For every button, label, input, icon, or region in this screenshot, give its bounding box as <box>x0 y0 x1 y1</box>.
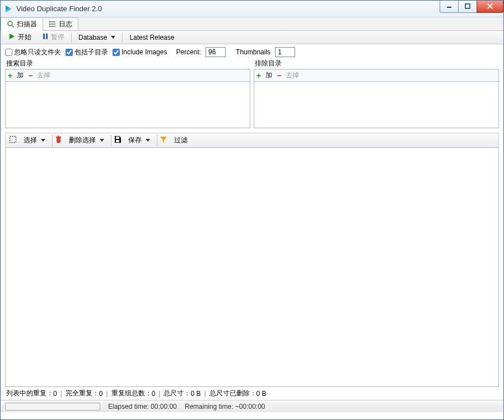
separator <box>122 32 123 43</box>
minus-icon: − <box>28 71 32 80</box>
separator <box>52 135 53 146</box>
svg-point-13 <box>49 26 50 27</box>
ignore-readonly-checkbox[interactable]: 忽略只读文件夹 <box>5 48 61 57</box>
action-bar: 选择 删除选择 保存 过滤 <box>5 133 499 147</box>
separator <box>71 32 72 43</box>
list-icon <box>49 20 57 28</box>
percent-label: Percent: <box>176 48 201 56</box>
chevron-down-icon <box>146 139 150 142</box>
search-folders-tools: + 加 − 去掉 <box>5 69 250 81</box>
chevron-down-icon <box>41 139 45 142</box>
full-dup-label: 完全重复： <box>66 389 99 398</box>
group-total-label: 重复组总数： <box>111 389 152 398</box>
tab-scanner-label: 扫描器 <box>17 20 37 29</box>
exclude-folders-list[interactable] <box>254 81 499 128</box>
filter-label: 过滤 <box>174 136 188 145</box>
save-icon <box>114 136 122 145</box>
include-subdirs-input[interactable] <box>66 49 73 56</box>
percent-input[interactable] <box>206 47 226 57</box>
database-dropdown[interactable]: Database <box>74 31 120 44</box>
folder-panes: 搜索目录 + 加 − 去掉 排除目录 + 加 − 去掉 <box>1 58 503 128</box>
svg-rect-17 <box>10 137 16 143</box>
svg-rect-18 <box>57 138 60 143</box>
svg-rect-16 <box>46 34 48 39</box>
save-label: 保存 <box>128 136 142 145</box>
minimize-button[interactable] <box>440 1 459 13</box>
tab-log[interactable]: 日志 <box>43 17 78 30</box>
save-dropdown[interactable]: 保存 <box>124 134 155 147</box>
ignore-readonly-label: 忽略只读文件夹 <box>14 48 61 57</box>
separator: | <box>155 390 164 398</box>
include-subdirs-checkbox[interactable]: 包括子目录 <box>66 48 108 57</box>
search-folders-label: 搜索目录 <box>6 59 250 68</box>
minus-icon: − <box>277 71 281 80</box>
separator <box>111 135 111 146</box>
filter-icon <box>160 136 167 145</box>
select-dropdown[interactable]: 选择 <box>19 134 50 147</box>
maximize-button[interactable] <box>458 1 477 13</box>
app-icon <box>4 4 13 13</box>
status-bar: Elapsed time: 00:00:00 Remaining time: ~… <box>1 400 503 412</box>
search-icon <box>7 20 15 28</box>
window-buttons <box>440 1 503 13</box>
thumbnails-label: Thumbnails <box>236 48 270 56</box>
latest-release-button[interactable]: Latest Release <box>125 31 179 44</box>
close-button[interactable] <box>477 1 503 13</box>
latest-release-label: Latest Release <box>129 34 174 41</box>
group-total-value: 0 <box>152 390 156 398</box>
deleted-size-label: 总尺寸已删除： <box>209 389 256 398</box>
play-icon <box>8 33 15 41</box>
svg-rect-2 <box>447 7 451 8</box>
titlebar: Video Duplicate Finder 2.0 <box>1 1 503 17</box>
dup-in-list-value: 0 <box>53 390 57 398</box>
svg-point-6 <box>8 21 12 26</box>
deleted-size-value: 0 B <box>256 390 267 398</box>
ignore-readonly-input[interactable] <box>5 49 12 56</box>
progress-bar <box>5 403 100 410</box>
svg-point-12 <box>49 24 50 25</box>
plus-icon: + <box>8 71 12 80</box>
elapsed-label: Elapsed time: <box>108 403 149 410</box>
include-images-label: Include Images <box>122 48 167 56</box>
search-folders-panel: 搜索目录 + 加 − 去掉 <box>5 58 250 128</box>
svg-point-11 <box>49 21 50 22</box>
exclude-folders-panel: 排除目录 + 加 − 去掉 <box>254 58 499 128</box>
add-exclude-folder-button[interactable]: 加 <box>265 71 272 80</box>
tab-scanner[interactable]: 扫描器 <box>1 17 43 31</box>
start-button[interactable]: 开始 <box>4 31 36 44</box>
include-subdirs-label: 包括子目录 <box>74 48 108 57</box>
pause-button[interactable]: 暂停 <box>38 31 69 44</box>
delete-selection-dropdown[interactable]: 删除选择 <box>64 134 109 147</box>
remaining-label: Remaining time: <box>185 403 234 410</box>
delete-selection-label: 删除选择 <box>69 136 96 145</box>
chevron-down-icon <box>100 139 104 142</box>
svg-marker-23 <box>160 137 167 143</box>
svg-rect-22 <box>116 140 119 142</box>
include-images-checkbox[interactable]: Include Images <box>113 48 167 56</box>
pause-icon <box>43 33 48 41</box>
options-row: 忽略只读文件夹 包括子目录 Include Images Percent: Th… <box>1 44 503 58</box>
database-label: Database <box>78 34 107 41</box>
status-counts: 列表中的重复： 0 | 完全重复： 0 | 重复组总数： 0 | 总尺寸： 0 … <box>5 387 499 400</box>
filter-button[interactable]: 过滤 <box>170 134 192 147</box>
main-toolbar: 开始 暂停 Database Latest Release <box>1 31 503 44</box>
thumbnails-input[interactable] <box>275 47 295 57</box>
elapsed-time: Elapsed time: 00:00:00 <box>108 403 177 410</box>
select-label: 选择 <box>24 136 37 145</box>
results-list[interactable] <box>5 147 499 387</box>
svg-rect-3 <box>465 4 470 8</box>
remove-search-folder-button[interactable]: 去掉 <box>37 71 50 80</box>
separator: | <box>200 390 209 398</box>
remaining-time: Remaining time: ~00:00:00 <box>185 403 265 410</box>
total-size-value: 0 B <box>190 390 200 398</box>
remove-exclude-folder-button[interactable]: 去掉 <box>286 71 299 80</box>
window-title: Video Duplicate Finder 2.0 <box>16 4 440 13</box>
svg-marker-14 <box>10 34 15 39</box>
add-search-folder-button[interactable]: 加 <box>17 71 24 80</box>
exclude-folders-label: 排除目录 <box>255 59 499 68</box>
trash-icon <box>55 136 62 145</box>
dup-in-list-label: 列表中的重复： <box>6 389 53 398</box>
search-folders-list[interactable] <box>5 81 250 128</box>
include-images-input[interactable] <box>113 49 120 56</box>
separator: | <box>57 390 66 398</box>
